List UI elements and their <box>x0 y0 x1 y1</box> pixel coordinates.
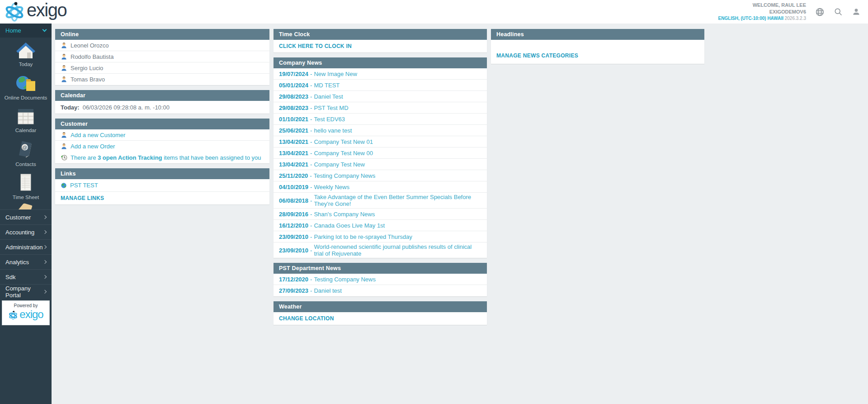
action-tracking-clock-icon <box>61 154 67 161</box>
header-right: WELCOME, RAUL LEE EXIGODEMOV6 ENGLISH, (… <box>718 2 861 22</box>
change-location-row[interactable]: CHANGE LOCATION <box>274 312 487 325</box>
separator: - <box>310 116 312 123</box>
news-title: Company Test New 00 <box>314 150 373 157</box>
clock-in-row[interactable]: CLICK HERE TO CLOCK IN <box>274 40 487 52</box>
news-item[interactable]: 13/04/2021 - Company Test New <box>274 159 487 170</box>
news-item[interactable]: 05/01/2024 - MD TEST <box>274 80 487 91</box>
separator: - <box>310 105 312 111</box>
sidebar-menu-item[interactable]: Analytics <box>0 254 52 269</box>
news-title: Daniel Test <box>314 93 343 100</box>
news-item[interactable]: 01/10/2021 - Test EDV63 <box>274 114 487 125</box>
online-user-name: Sergio Lucio <box>71 65 103 71</box>
menu-item-label: Administration <box>5 244 42 251</box>
separator: - <box>310 184 312 190</box>
news-title: Canada Goes Live May 1st <box>314 222 385 229</box>
news-item[interactable]: 25/06/2021 - hello vane test <box>274 125 487 136</box>
news-date: 25/06/2021 <box>279 127 308 134</box>
news-title: Weekly News <box>314 184 349 190</box>
search-icon[interactable] <box>834 7 843 16</box>
manage-links-label: MANAGE LINKS <box>61 195 104 201</box>
separator: - <box>310 82 312 89</box>
news-item[interactable]: 25/11/2020 - Testing Company News <box>274 170 487 181</box>
panel-title: Customer <box>55 119 269 129</box>
news-title: Take Advantage of the Even Better Summer… <box>314 194 481 207</box>
news-date: 13/04/2021 <box>279 161 308 168</box>
sidebar-menu-item[interactable]: Accounting <box>0 224 52 239</box>
separator: - <box>310 197 312 204</box>
panel-title: Company News <box>274 57 487 68</box>
news-item[interactable]: 13/04/2021 - Company Test New 00 <box>274 147 487 159</box>
separator: - <box>310 172 311 179</box>
customer-link-label: Add a new Customer <box>71 132 125 138</box>
customer-panel: Customer Add a new Customer <box>55 119 269 163</box>
news-item[interactable]: 06/08/2018 - Take Advantage of the Even … <box>274 193 487 209</box>
customer-link-row[interactable]: Add a new Customer <box>55 129 269 141</box>
sidebar-item-contacts[interactable]: @ Contacts <box>0 137 52 170</box>
headlines-body: MANAGE NEWS CATEGORIES <box>491 40 704 64</box>
sidebar-item-calendar[interactable]: Calendar <box>0 104 52 137</box>
news-item[interactable]: 16/12/2010 - Canada Goes Live May 1st <box>274 220 487 231</box>
sidebar-menu-item[interactable]: Administration <box>0 239 52 254</box>
top-header: exigo WELCOME, RAUL LEE EXIGODEMOV6 ENGL… <box>0 0 868 24</box>
change-location-link: CHANGE LOCATION <box>279 315 334 322</box>
panel-title: Online <box>55 29 269 40</box>
menu-item-label: Company Portal <box>5 285 43 299</box>
online-panel: Online Leonel Orozco <box>55 29 269 85</box>
news-item[interactable]: 13/04/2021 - Company Test New 01 <box>274 136 487 147</box>
action-tracking-row[interactable]: There are 3 open Action Tracking items t… <box>55 152 269 163</box>
sidebar-item-time-sheet[interactable]: Time Sheet <box>0 170 52 203</box>
separator: - <box>310 222 312 229</box>
panel-title: PST Department News <box>274 263 487 274</box>
partial-clipped-icon <box>0 203 52 209</box>
house-icon <box>16 41 36 59</box>
exigo-logo[interactable]: exigo <box>4 1 66 23</box>
person-icon <box>61 53 67 60</box>
news-item[interactable]: 29/08/2023 - Daniel Test <box>274 91 487 102</box>
news-title: PST Test MD <box>314 105 348 111</box>
news-item[interactable]: 29/08/2023 - PST Test MD <box>274 102 487 114</box>
account-name: EXIGODEMOV6 <box>718 9 806 15</box>
news-date: 27/09/2023 <box>279 287 308 294</box>
address-book-icon: @ <box>16 139 36 159</box>
account-info: WELCOME, RAUL LEE EXIGODEMOV6 ENGLISH, (… <box>718 2 806 22</box>
online-user-name: Leonel Orozco <box>71 42 109 49</box>
separator: - <box>310 71 312 77</box>
sidebar-item-online-documents[interactable]: Online Documents <box>0 71 52 104</box>
link-row[interactable]: PST TEST <box>55 179 269 192</box>
news-item[interactable]: 17/12/2020 - Testing Company News <box>274 274 487 285</box>
sidebar-menu-item[interactable]: Sdk <box>0 269 52 284</box>
news-item[interactable]: 27/09/2023 - Daniel test <box>274 285 487 296</box>
online-user-row: Rodolfo Bautista <box>55 51 269 62</box>
pst-news-list: 17/12/2020 - Testing Company News 27/09/… <box>274 274 487 296</box>
welcome-text: WELCOME, RAUL LEE <box>718 2 806 9</box>
company-news-list: 19/07/2024 - New Image New 05/01/2024 - … <box>274 68 487 258</box>
news-item[interactable]: 04/10/2019 - Weekly News <box>274 181 487 193</box>
news-date: 05/01/2024 <box>279 82 308 89</box>
user-icon[interactable] <box>852 7 861 16</box>
sidebar-menu-item[interactable]: Company Portal <box>0 284 52 299</box>
news-date: 28/09/2016 <box>279 211 308 218</box>
news-title: Shan's Company News <box>314 211 375 218</box>
news-date: 25/11/2020 <box>279 172 308 179</box>
manage-links-row[interactable]: MANAGE LINKS <box>55 192 269 204</box>
chevron-right-icon <box>43 275 47 279</box>
powered-by-label: Powered by <box>2 303 49 308</box>
sidebar-item-today[interactable]: Today <box>0 38 52 71</box>
sidebar-item-home[interactable]: Home <box>0 24 52 38</box>
column-left: Online Leonel Orozco <box>55 29 269 209</box>
sidebar-menu-item[interactable]: Customer <box>0 209 52 224</box>
locale-link[interactable]: ENGLISH, (UTC-10:00) HAWAII <box>718 16 783 21</box>
news-item[interactable]: 23/09/2010 - World-renowned scientific j… <box>274 242 487 258</box>
news-item[interactable]: 28/09/2016 - Shan's Company News <box>274 209 487 220</box>
news-date: 13/04/2021 <box>279 138 308 145</box>
panel-title: Time Clock <box>274 29 487 40</box>
locale-line: ENGLISH, (UTC-10:00) HAWAII 2026.3.2.3 <box>718 15 806 22</box>
sidebar-item-label: Contacts <box>15 162 36 167</box>
manage-news-categories-link[interactable]: MANAGE NEWS CATEGORIES <box>496 52 578 59</box>
customer-link-row[interactable]: Add a new Order <box>55 141 269 152</box>
news-item[interactable]: 23/09/2010 - Parking lot to be re-spraye… <box>274 231 487 242</box>
news-item[interactable]: 19/07/2024 - New Image New <box>274 68 487 80</box>
globe-icon[interactable] <box>815 7 825 17</box>
person-icon <box>61 132 67 138</box>
sidebar-item-label: Today <box>19 62 33 67</box>
